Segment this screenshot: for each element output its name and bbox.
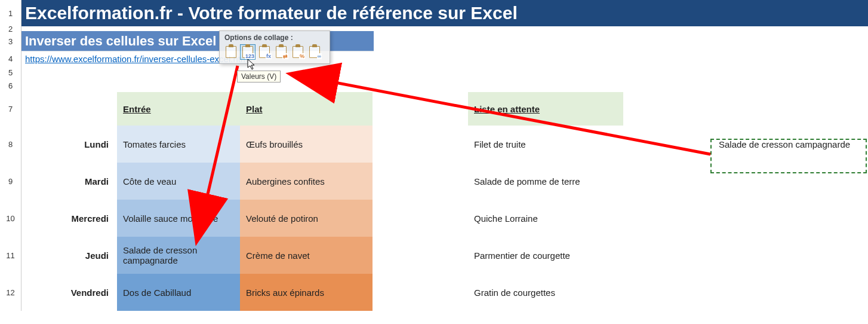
copy-marquee [710,139,867,173]
row-header[interactable]: 7 [0,92,21,126]
cell-plat[interactable]: Crème de navet [240,237,373,274]
row-header[interactable]: 3 [0,31,21,51]
paste-formatting-icon[interactable]: % [290,44,306,60]
paste-options-title: Options de collage : [220,31,330,43]
cell-plat[interactable]: Bricks aux épinards [240,274,373,311]
row-header[interactable]: 4 [0,51,21,66]
cell-entree[interactable]: Tomates farcies [117,126,240,163]
row-header[interactable]: 12 [0,274,21,311]
paste-formulas-icon[interactable]: fx [257,44,272,60]
day-label[interactable]: Lundi [21,126,117,163]
day-label[interactable]: Mercredi [21,200,117,237]
cell-liste[interactable]: Filet de truite [468,126,623,163]
cell-liste[interactable]: Parmentier de courgette [468,237,623,274]
cell-plat[interactable]: Aubergines confites [240,163,373,200]
row-header[interactable]: 6 [0,79,21,92]
day-label[interactable]: Jeudi [21,237,117,274]
row-header[interactable]: 11 [0,237,21,274]
row-header[interactable]: 1 [0,0,21,26]
row-header[interactable]: 2 [0,26,21,31]
paste-values-tooltip: Valeurs (V) [237,71,281,82]
paste-transpose-icon[interactable]: ⇄ [273,44,289,60]
cell-entree[interactable]: Dos de Cabillaud [117,274,240,311]
cell-entree[interactable]: Volaille sauce moutarde [117,200,240,237]
tutorial-link[interactable]: https://www.excelformation.fr/inverser-c… [25,54,250,64]
day-label[interactable]: Mardi [21,163,117,200]
header-entree[interactable]: Entrée [117,92,240,126]
cell-plat[interactable]: Œufs brouillés [240,126,373,163]
cell-entree[interactable]: Salade de cresson campagnarde [117,237,240,274]
row-header[interactable]: 9 [0,163,21,200]
cell-entree[interactable]: Côte de veau [117,163,240,200]
day-label[interactable]: Vendredi [21,274,117,311]
paste-values-icon[interactable]: 123 [240,44,256,60]
header-plat[interactable]: Plat [240,92,373,126]
paste-all-icon[interactable] [223,44,239,60]
row-header-gutter: 1 2 3 4 5 6 7 8 9 10 11 12 [0,0,21,311]
row-header[interactable]: 10 [0,200,21,237]
page-title: Excelformation.fr - Votre formateur de r… [21,0,868,26]
cell-liste[interactable]: Salade de pomme de terre [468,163,623,200]
mouse-cursor-icon [247,59,257,71]
row-header[interactable]: 8 [0,126,21,163]
cell-liste[interactable]: Quiche Lorraine [468,200,623,237]
row-header[interactable]: 5 [0,66,21,79]
menu-table: Entrée Plat Liste en attente Lundi Tomat… [21,92,868,311]
paste-options-popup: Options de collage : 123 fx ⇄ % ∞ [219,30,330,64]
header-liste[interactable]: Liste en attente [468,92,623,126]
paste-link-icon[interactable]: ∞ [307,44,322,60]
cell-liste[interactable]: Gratin de courgettes [468,274,623,311]
cell-plat[interactable]: Velouté de potiron [240,200,373,237]
